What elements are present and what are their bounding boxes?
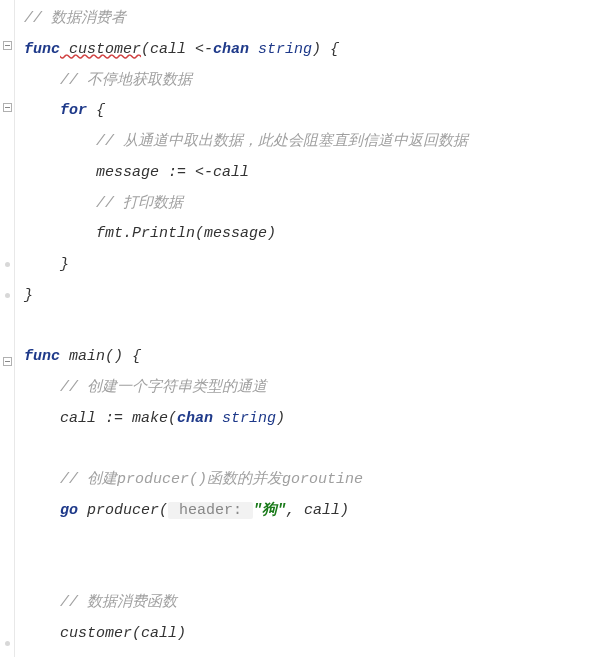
fold-icon[interactable] [3, 103, 12, 112]
code-line: for { [24, 96, 616, 127]
fold-end-icon [5, 262, 10, 267]
comment: // 不停地获取数据 [60, 72, 192, 89]
code-text: , call) [286, 502, 349, 519]
comment: // 从通道中取出数据，此处会阻塞直到信道中返回数据 [96, 133, 468, 150]
code-line [24, 435, 616, 466]
gutter [0, 0, 15, 657]
code-text: call := make( [60, 410, 177, 427]
code-line: call := make(chan string) [24, 404, 616, 435]
string-literal: "狗" [253, 502, 286, 519]
type-name: string [213, 410, 276, 427]
code-text: producer( [78, 502, 168, 519]
code-line: // 创建producer()函数的并发goroutine [24, 465, 616, 496]
code-editor: // 数据消费者 func customer(call <-chan strin… [0, 0, 616, 657]
comment: // 打印数据 [96, 195, 183, 212]
brace-close: } [60, 256, 69, 273]
type-name: string [249, 41, 312, 58]
code-line: // 打印数据 [24, 189, 616, 220]
code-line: } [24, 250, 616, 281]
fold-icon[interactable] [3, 357, 12, 366]
code-line: // 不停地获取数据 [24, 66, 616, 97]
function-name: customer [60, 41, 141, 58]
code-line: func customer(call <-chan string) { [24, 35, 616, 66]
keyword-for: for [60, 102, 87, 119]
code-line: } [24, 650, 616, 657]
code-line: customer(call) [24, 619, 616, 650]
brace-close: } [24, 287, 33, 304]
parameter-hint: header: [168, 502, 253, 519]
code-text: customer(call) [60, 625, 186, 642]
code-line: go producer( header: "狗", call) [24, 496, 616, 527]
code-line: fmt.Println(message) [24, 219, 616, 250]
code-text: (call <- [141, 41, 213, 58]
code-text: ) { [312, 41, 339, 58]
code-line: // 从通道中取出数据，此处会阻塞直到信道中返回数据 [24, 127, 616, 158]
code-text: main() { [60, 348, 141, 365]
keyword-chan: chan [213, 41, 249, 58]
keyword-go: go [60, 502, 78, 519]
code-line: // 创建一个字符串类型的通道 [24, 373, 616, 404]
code-line: // 数据消费者 [24, 4, 616, 35]
code-line [24, 527, 616, 558]
comment: // 创建producer()函数的并发goroutine [60, 471, 363, 488]
fold-end-icon [5, 641, 10, 646]
code-line: message := <-call [24, 158, 616, 189]
code-line: // 数据消费函数 [24, 588, 616, 619]
keyword-chan: chan [177, 410, 213, 427]
keyword-func: func [24, 41, 60, 58]
comment: // 数据消费者 [24, 10, 126, 27]
code-text: fmt.Println(message) [96, 225, 276, 242]
code-line: } [24, 281, 616, 312]
code-text: message := <-call [96, 164, 249, 181]
code-line: func main() { [24, 342, 616, 373]
keyword-func: func [24, 348, 60, 365]
code-line [24, 558, 616, 589]
comment: // 数据消费函数 [60, 594, 177, 611]
code-text: ) [276, 410, 285, 427]
comment: // 创建一个字符串类型的通道 [60, 379, 267, 396]
fold-end-icon [5, 293, 10, 298]
code-text: { [87, 102, 105, 119]
code-line [24, 312, 616, 343]
fold-icon[interactable] [3, 41, 12, 50]
